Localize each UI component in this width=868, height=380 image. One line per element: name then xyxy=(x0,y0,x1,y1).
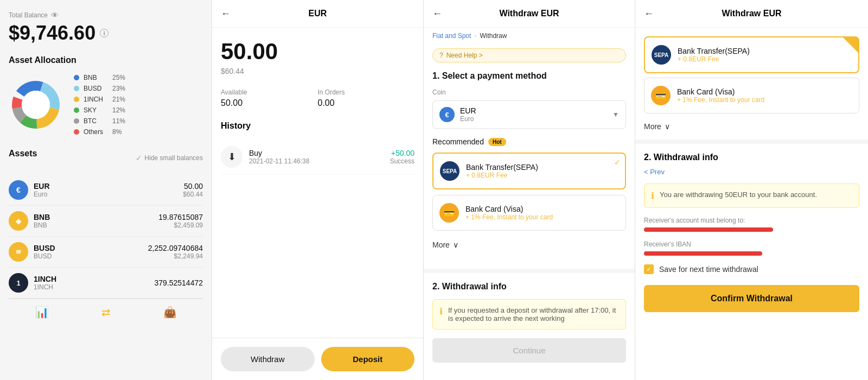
panel4-title: Withdraw EUR xyxy=(644,9,859,18)
history-amount-val: +50.00 xyxy=(390,149,414,157)
wallet-icon: 👜 xyxy=(163,306,177,319)
asset-busd[interactable]: ≋ BUSD BUSD 2,252.09740684 $2,249.94 xyxy=(9,237,203,268)
history-item[interactable]: ⬇ Buy 2021-02-11 11:46:38 +50.00 Success xyxy=(221,140,414,175)
withdraw-panel: ← Withdraw EUR Fiat and Spot › Withdraw … xyxy=(423,0,635,380)
nav-transfer[interactable]: ⇄ xyxy=(101,306,111,319)
receiver-account-input[interactable] xyxy=(644,227,773,232)
deposit-button[interactable]: Deposit xyxy=(321,347,415,371)
history-title: History xyxy=(221,121,414,131)
allocation-title: Asset Allocation xyxy=(9,55,203,65)
info-icon[interactable]: i xyxy=(100,29,108,37)
need-help-button[interactable]: ? Need Help > xyxy=(432,48,626,62)
back-arrow-panel4[interactable]: ← xyxy=(644,8,654,20)
withdraw-button[interactable]: Withdraw xyxy=(221,347,315,371)
assets-title: Assets xyxy=(9,149,37,159)
unsel-visa-name: Bank Card (Visa) xyxy=(677,87,852,96)
selected-sepa-name: Bank Transfer(SEPA) xyxy=(678,47,852,55)
nav-wallet[interactable]: 👜 xyxy=(163,306,177,319)
visa-fee: + 1% Fee, Instant to your card xyxy=(465,213,619,221)
coin-name: Euro xyxy=(460,115,476,123)
eye-icon[interactable]: 👁 xyxy=(51,11,59,20)
check-icon: ✓ xyxy=(136,154,142,162)
section-divider xyxy=(423,269,635,273)
eur-detail-panel: ← EUR 50.00 $60.44 Available 50.00 In Or… xyxy=(212,0,423,380)
nav-chart[interactable]: 📊 xyxy=(35,306,49,319)
eur-balance-amount: 50.00 xyxy=(221,39,414,65)
p4-more-button[interactable]: More ∨ xyxy=(635,118,868,140)
selected-sepa-option[interactable]: SEPA Bank Transfer(SEPA) + 0.8EUR Fee xyxy=(644,36,859,73)
unselected-visa-option[interactable]: 💳 Bank Card (Visa) + 1% Fee, Instant to … xyxy=(644,78,859,113)
available-label: Available xyxy=(221,88,318,96)
1inch-icon: 1 xyxy=(9,273,28,293)
save-checkbox[interactable]: ✓ xyxy=(644,264,654,274)
chart-icon: 📊 xyxy=(35,306,49,319)
eur-coin-icon: € xyxy=(439,107,455,122)
donut-chart xyxy=(9,78,63,132)
history-date: 2021-02-11 11:46:38 xyxy=(249,157,390,165)
continue-button[interactable]: Continue xyxy=(432,338,626,363)
history-status: Success xyxy=(390,157,414,165)
breadcrumb-home[interactable]: Fiat and Spot xyxy=(432,32,471,40)
history-type: Buy xyxy=(249,149,390,157)
asset-allocation-section: Asset Allocation xyxy=(9,55,203,136)
selected-checkmark-icon: ✓ xyxy=(614,158,621,167)
save-checkbox-row: ✓ Save for next time withdrawal xyxy=(644,264,859,274)
portfolio-panel: Total Balance 👁 $9,746.60 i Asset Alloca… xyxy=(0,0,212,380)
history-download-icon: ⬇ xyxy=(221,146,242,168)
question-icon: ? xyxy=(439,52,443,59)
sepa-fee: + 0.8EUR Fee xyxy=(466,172,618,179)
eur-icon: € xyxy=(9,180,28,200)
chevron-down-more-icon: ∨ xyxy=(453,240,458,249)
unsel-visa-fee: + 1% Fee, Instant to your card xyxy=(677,96,852,104)
available-value: 50.00 xyxy=(221,98,318,108)
breadcrumb: Fiat and Spot › Withdraw xyxy=(424,28,635,44)
chevron-down-icon: ▼ xyxy=(612,111,619,118)
in-orders-label: In Orders xyxy=(318,88,415,96)
asset-eur[interactable]: € EUR Euro 50.00 $60.44 xyxy=(9,175,203,206)
panel2-title: EUR xyxy=(309,9,327,18)
recommended-label: Recommended xyxy=(432,137,484,146)
total-balance-amount: $9,746.60 i xyxy=(9,22,203,45)
selected-sepa-fee: + 0.8EUR Fee xyxy=(678,55,852,63)
balance-row: Available 50.00 In Orders 0.00 xyxy=(221,88,414,108)
info-circle-icon: ℹ xyxy=(439,306,443,316)
confirm-withdrawal-button[interactable]: Confirm Withdrawal xyxy=(644,285,859,312)
bottom-navigation: 📊 ⇄ 👜 xyxy=(9,299,203,323)
more-button[interactable]: More ∨ xyxy=(432,236,626,254)
visa-name: Bank Card (Visa) xyxy=(465,205,619,213)
receiver-account-label: Receiver's account must belong to: xyxy=(644,217,859,224)
breadcrumb-separator: › xyxy=(474,32,476,40)
withdrawal-info-section: 2. Withdrawal info ℹ If you requested a … xyxy=(424,282,635,380)
coin-selector[interactable]: € EUR Euro ▼ xyxy=(432,100,626,129)
hide-small-balances[interactable]: ✓ Hide small balances xyxy=(136,154,203,162)
in-orders-value: 0.00 xyxy=(318,98,415,108)
p4-step2-title: 2. Withdrawal info xyxy=(644,153,859,162)
sepa-selected-icon: SEPA xyxy=(652,45,671,65)
p4-info-icon: ℹ xyxy=(651,191,654,201)
back-arrow-icon[interactable]: ← xyxy=(221,8,231,20)
sepa-payment-option[interactable]: SEPA Bank Transfer(SEPA) + 0.8EUR Fee ✓ xyxy=(432,153,626,189)
coin-symbol: EUR xyxy=(460,106,476,115)
sepa-name: Bank Transfer(SEPA) xyxy=(466,163,618,172)
corner-ribbon-icon xyxy=(843,37,858,53)
bnb-icon: ◈ xyxy=(9,211,28,231)
assets-section: Assets ✓ Hide small balances € EUR Euro … xyxy=(9,149,203,299)
visa-unsel-icon: 💳 xyxy=(651,86,671,105)
visa-icon: 💳 xyxy=(439,203,459,223)
breadcrumb-current: Withdraw xyxy=(480,32,507,40)
hot-badge: Hot xyxy=(488,138,506,146)
step2-title: 2. Withdrawal info xyxy=(432,282,626,292)
receiver-iban-label: Receiver's IBAN xyxy=(644,240,859,248)
panel3-title: Withdraw EUR xyxy=(432,9,626,18)
visa-payment-option[interactable]: 💳 Bank Card (Visa) + 1% Fee, Instant to … xyxy=(432,195,626,231)
prev-button[interactable]: < Prev xyxy=(644,168,859,176)
receiver-iban-input[interactable] xyxy=(644,251,762,256)
asset-1inch[interactable]: 1 1INCH 1INCH 379.52514472 xyxy=(9,268,203,299)
p4-info-box: ℹ You are withdrawing 50EUR to your bank… xyxy=(644,183,859,208)
asset-bnb[interactable]: ◈ BNB BNB 19.87615087 $2,459.09 xyxy=(9,206,203,237)
back-arrow-panel3[interactable]: ← xyxy=(432,8,442,20)
step1-title: 1. Select a payment method xyxy=(432,71,626,81)
sepa-icon: SEPA xyxy=(440,161,459,181)
total-balance-label: Total Balance 👁 xyxy=(9,11,203,20)
withdraw-confirm-panel: ← Withdraw EUR SEPA Bank Transfer(SEPA) … xyxy=(635,0,868,380)
